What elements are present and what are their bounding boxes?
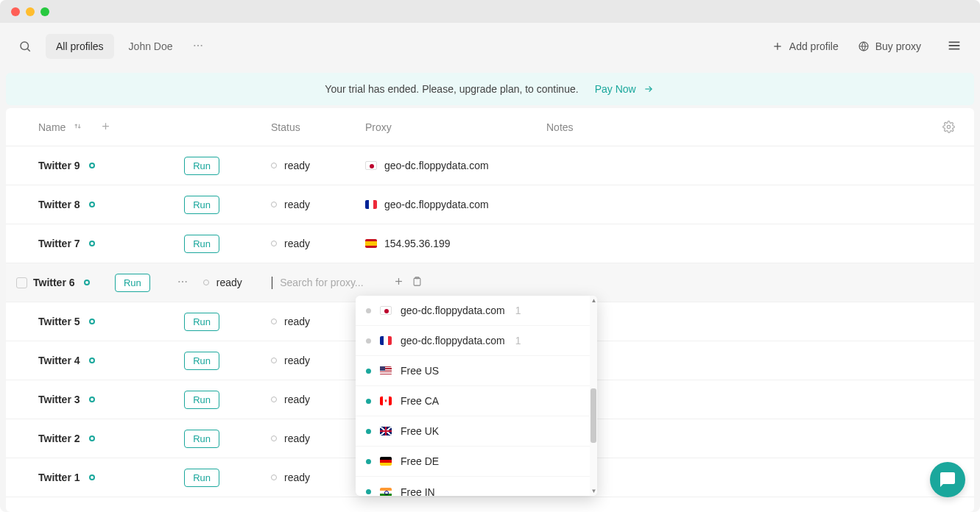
table-settings-icon[interactable] [934, 121, 964, 133]
table-row: Twitter 7 Run ⋯ ready 154.95.36.199 [6, 224, 974, 263]
flag-jp-icon [365, 161, 377, 170]
run-button[interactable]: Run [184, 157, 219, 175]
run-button[interactable]: Run [184, 313, 219, 331]
proxy-option[interactable]: Free UK [356, 416, 590, 447]
tab-all-profiles[interactable]: All profiles [46, 34, 114, 59]
column-notes-header: Notes [546, 121, 574, 133]
proxy-option[interactable]: geo-dc.floppydata.com 1 [356, 326, 590, 356]
status-indicator-icon [89, 163, 95, 168]
flag-fr-icon [365, 200, 377, 209]
scroll-up-icon[interactable]: ▲ [591, 297, 597, 304]
row-checkbox[interactable] [16, 277, 27, 288]
proxy-text: geo-dc.floppydata.com [384, 160, 489, 171]
pay-now-button[interactable]: Pay Now [595, 83, 655, 95]
svg-line-1 [27, 49, 29, 51]
status-text: ready [284, 394, 310, 405]
proxy-text: 154.95.36.199 [384, 238, 451, 249]
profile-name[interactable]: Twitter 7 [38, 238, 80, 249]
minimize-window-icon[interactable] [26, 7, 35, 16]
status-dot-icon [366, 308, 371, 313]
proxy-option-label: geo-dc.floppydata.com [401, 305, 505, 316]
buy-proxy-button[interactable]: Buy proxy [855, 36, 924, 57]
run-button[interactable]: Run [184, 469, 219, 487]
flag-us-icon [380, 366, 392, 375]
proxy-option-count: 1 [515, 305, 521, 316]
flag-de-icon [380, 457, 392, 466]
svg-point-17 [185, 280, 186, 282]
proxy-option-label: Free IN [401, 486, 435, 497]
add-profile-button[interactable]: Add profile [769, 36, 842, 57]
svg-point-4 [200, 44, 202, 46]
proxy-option[interactable]: geo-dc.floppydata.com 1 [356, 296, 590, 326]
dropdown-scrollbar[interactable]: ▲ ▼ [590, 296, 597, 496]
run-button[interactable]: Run [184, 352, 219, 370]
workspace-tabs: All profiles John Doe [46, 34, 208, 59]
status-text: ready [284, 199, 310, 210]
text-cursor [272, 277, 272, 289]
run-button[interactable]: Run [115, 274, 150, 292]
scroll-down-icon[interactable]: ▼ [591, 488, 597, 494]
proxy-option[interactable]: Free IN [356, 477, 590, 496]
profile-name[interactable]: Twitter 4 [38, 355, 80, 366]
add-column-icon[interactable] [100, 121, 111, 134]
flag-es-icon [365, 239, 377, 248]
proxy-option[interactable]: Free US [356, 356, 590, 386]
flag-jp-icon [380, 306, 392, 315]
app-window: All profiles John Doe Add profile Buy pr… [0, 0, 980, 512]
paste-proxy-icon[interactable] [412, 276, 423, 289]
proxy-search-input[interactable] [280, 277, 383, 288]
sort-icon[interactable] [73, 121, 82, 133]
svg-point-16 [182, 280, 183, 282]
chat-widget-button[interactable] [930, 462, 965, 497]
table-header: Name Status Proxy Notes [6, 108, 974, 146]
svg-rect-21 [414, 278, 420, 285]
run-button[interactable]: Run [184, 235, 219, 253]
status-dot-icon [271, 163, 277, 168]
titlebar [0, 0, 980, 23]
column-proxy-header: Proxy [365, 121, 392, 133]
search-icon[interactable] [18, 39, 32, 54]
profile-name[interactable]: Twitter 3 [38, 394, 80, 405]
proxy-option-label: Free DE [401, 455, 439, 467]
more-tabs-icon[interactable] [188, 35, 208, 58]
profile-name[interactable]: Twitter 2 [38, 433, 80, 444]
profile-name[interactable]: Twitter 8 [38, 199, 80, 210]
proxy-option-label: geo-dc.floppydata.com [401, 335, 505, 346]
profiles-table: Name Status Proxy Notes Twitter 9 Run [6, 108, 974, 512]
scroll-thumb[interactable] [591, 388, 596, 443]
table-row: Twitter 9 Run ⋯ ready geo-dc.floppydata.… [6, 146, 974, 185]
column-name-header[interactable]: Name [38, 121, 66, 133]
status-text: ready [216, 277, 242, 288]
add-proxy-icon[interactable] [393, 276, 404, 289]
profile-name[interactable]: Twitter 9 [38, 160, 80, 171]
row-more-icon[interactable] [177, 276, 188, 290]
svg-point-14 [947, 125, 950, 128]
flag-in-icon [380, 488, 392, 497]
topbar: All profiles John Doe Add profile Buy pr… [0, 23, 980, 70]
run-button[interactable]: Run [184, 196, 219, 214]
proxy-option[interactable]: Free DE [356, 447, 590, 477]
proxy-option-label: Free US [401, 365, 439, 377]
close-window-icon[interactable] [11, 7, 20, 16]
run-button[interactable]: Run [184, 430, 219, 448]
svg-point-0 [21, 42, 29, 50]
run-button[interactable]: Run [184, 391, 219, 409]
status-text: ready [284, 433, 310, 444]
banner-text: Your trial has ended. Please, upgrade pl… [325, 83, 578, 95]
profile-name[interactable]: Twitter 6 [33, 277, 75, 288]
profile-name[interactable]: Twitter 1 [38, 472, 80, 483]
menu-icon[interactable] [946, 38, 962, 56]
proxy-dropdown: geo-dc.floppydata.com 1 geo-dc.floppydat… [356, 296, 597, 496]
proxy-option-count: 1 [515, 335, 521, 346]
status-text: ready [284, 316, 310, 327]
tab-user[interactable]: John Doe [119, 34, 183, 59]
status-indicator-icon [89, 241, 95, 246]
flag-uk-icon [380, 427, 392, 435]
buy-proxy-label: Buy proxy [875, 40, 921, 52]
proxy-option[interactable]: Free CA [356, 386, 590, 416]
flag-fr-icon [380, 336, 392, 345]
proxy-option-label: Free UK [401, 425, 439, 437]
maximize-window-icon[interactable] [40, 7, 49, 16]
proxy-option-label: Free CA [401, 395, 439, 407]
profile-name[interactable]: Twitter 5 [38, 316, 80, 327]
